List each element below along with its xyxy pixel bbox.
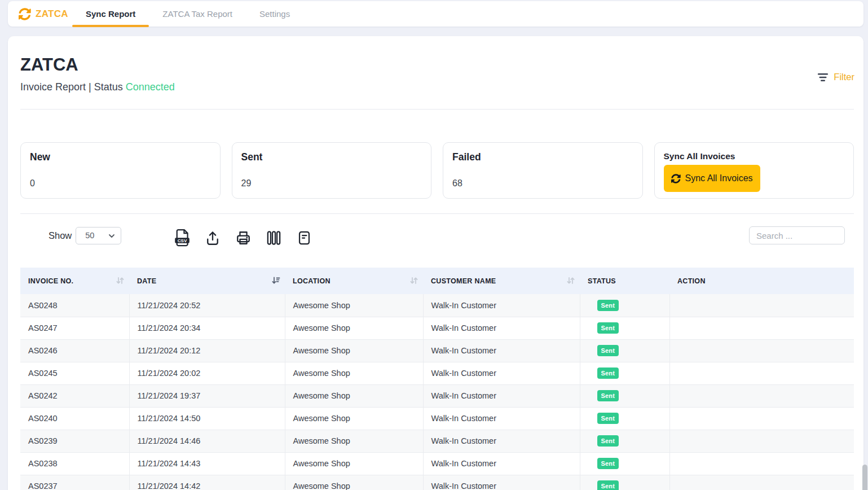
col-header-date[interactable]: DATE [129,268,285,294]
cell-customer-name: Walk-In Customer [423,362,580,384]
show-label: Show [49,230,72,241]
table-row[interactable]: AS0246 11/21/2024 20:12 Awesome Shop Wal… [20,339,854,362]
status-badge: Sent [597,435,619,447]
filter-button[interactable]: Filter [817,72,854,82]
cell-customer-name: Walk-In Customer [423,475,580,490]
col-header-invoice-no[interactable]: INVOICE NO. [20,268,129,294]
status-badge: Sent [597,322,619,334]
sync-all-title: Sync All Invoices [664,151,845,161]
sort-desc-icon[interactable] [271,276,280,285]
cell-status: Sent [580,294,669,317]
cell-invoice-no: AS0242 [20,384,129,407]
page-subtitle: Invoice Report | Status Connected [20,81,854,93]
stat-value: 68 [452,178,633,189]
sort-icon[interactable] [116,276,125,285]
stat-label: New [30,151,211,163]
stat-value: 0 [30,178,211,189]
search-input[interactable] [749,226,845,244]
sync-icon [671,174,681,183]
cell-action [669,452,854,475]
export-icons: CSV [174,228,312,248]
status-badge: Sent [597,480,619,490]
sync-icon [19,8,31,20]
divider [20,213,854,214]
cell-date: 11/21/2024 20:34 [129,317,285,339]
table-row[interactable]: AS0248 11/21/2024 20:52 Awesome Shop Wal… [20,294,854,317]
table-row[interactable]: AS0238 11/21/2024 14:43 Awesome Shop Wal… [20,452,854,475]
cell-location: Awesome Shop [285,452,423,475]
col-header-location[interactable]: LOCATION [285,268,423,294]
cell-status: Sent [580,317,669,339]
page-size-select[interactable]: 50 [76,227,121,244]
svg-text:CSV: CSV [178,238,187,243]
file-lines-icon [297,230,312,246]
nav-tabs: Sync Report ZATCA Tax Report Settings [72,1,303,27]
stat-card-failed: Failed 68 [443,142,643,199]
table-row[interactable]: AS0242 11/21/2024 19:37 Awesome Shop Wal… [20,384,854,407]
cell-action [669,407,854,430]
cell-location: Awesome Shop [285,339,423,362]
cell-customer-name: Walk-In Customer [423,430,580,452]
cell-status: Sent [580,407,669,430]
col-header-action: ACTION [669,268,854,294]
cell-date: 11/21/2024 14:50 [129,407,285,430]
filter-icon [817,73,829,82]
col-header-customer-name[interactable]: CUSTOMER NAME [423,268,580,294]
cell-action [669,317,854,339]
export-up-icon [205,230,221,246]
cell-customer-name: Walk-In Customer [423,407,580,430]
divider [20,109,854,110]
connection-status: Connected [126,81,175,93]
csv-export-button[interactable]: CSV [174,228,191,248]
main-content-card: ZATCA Invoice Report | Status Connected … [8,36,863,490]
cell-action [669,475,854,490]
cell-status: Sent [580,475,669,490]
cell-invoice-no: AS0239 [20,430,129,452]
sync-all-invoices-button[interactable]: Sync All Invoices [664,165,760,192]
status-badge: Sent [597,300,619,311]
cell-date: 11/21/2024 19:37 [129,384,285,407]
stat-card-new: New 0 [20,142,221,199]
cell-action [669,384,854,407]
copy-button[interactable] [296,228,312,248]
cell-customer-name: Walk-In Customer [423,339,580,362]
print-button[interactable] [235,228,252,248]
table-row[interactable]: AS0237 11/21/2024 14:42 Awesome Shop Wal… [20,475,854,490]
table-row[interactable]: AS0245 11/21/2024 20:02 Awesome Shop Wal… [20,362,854,384]
cell-status: Sent [580,452,669,475]
cell-location: Awesome Shop [285,384,423,407]
cell-location: Awesome Shop [285,407,423,430]
cell-action [669,339,854,362]
cell-location: Awesome Shop [285,430,423,452]
sort-icon[interactable] [409,276,418,285]
table-row[interactable]: AS0239 11/21/2024 14:46 Awesome Shop Wal… [20,430,854,452]
printer-icon [235,230,252,246]
sort-icon[interactable] [566,276,575,285]
cell-invoice-no: AS0246 [20,339,129,362]
cell-invoice-no: AS0238 [20,452,129,475]
cell-status: Sent [580,430,669,452]
cell-invoice-no: AS0240 [20,407,129,430]
brand-name: ZATCA [36,8,68,20]
cell-date: 11/21/2024 14:43 [129,452,285,475]
cell-invoice-no: AS0245 [20,362,129,384]
cell-date: 11/21/2024 20:12 [129,339,285,362]
cell-customer-name: Walk-In Customer [423,317,580,339]
stat-label: Sent [241,151,422,163]
tab-settings[interactable]: Settings [246,1,303,27]
cell-action [669,294,854,317]
columns-button[interactable] [265,228,282,248]
table-row[interactable]: AS0240 11/21/2024 14:50 Awesome Shop Wal… [20,407,854,430]
status-badge: Sent [597,413,619,424]
brand-logo[interactable]: ZATCA [19,1,72,27]
cell-location: Awesome Shop [285,317,423,339]
invoice-table: INVOICE NO. DATE LOCATION CUSTOMER NAME … [20,268,854,490]
tab-zatca-tax-report[interactable]: ZATCA Tax Report [149,1,246,27]
cell-location: Awesome Shop [285,475,423,490]
tab-sync-report[interactable]: Sync Report [72,1,149,27]
table-row[interactable]: AS0247 11/21/2024 20:34 Awesome Shop Wal… [20,317,854,339]
scrollbar-thumb[interactable] [862,465,867,490]
export-button[interactable] [204,228,221,248]
cell-invoice-no: AS0248 [20,294,129,317]
cell-invoice-no: AS0247 [20,317,129,339]
